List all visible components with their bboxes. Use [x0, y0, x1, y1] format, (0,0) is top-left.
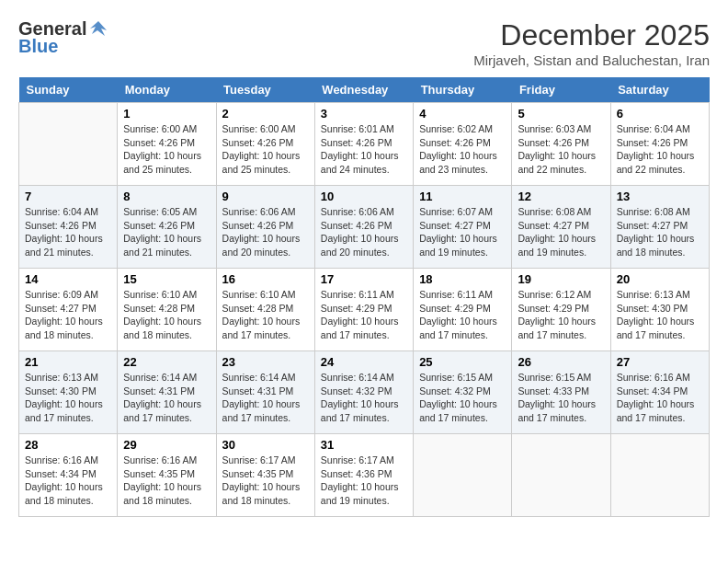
calendar-cell: 5Sunrise: 6:03 AM Sunset: 4:26 PM Daylig… — [512, 103, 610, 186]
calendar-week-row: 21Sunrise: 6:13 AM Sunset: 4:30 PM Dayli… — [19, 351, 710, 434]
logo-blue: Blue — [18, 36, 58, 57]
day-number: 14 — [25, 272, 111, 286]
day-number: 10 — [321, 190, 407, 203]
day-number: 6 — [617, 107, 703, 121]
day-number: 28 — [25, 438, 111, 452]
calendar-week-row: 28Sunrise: 6:16 AM Sunset: 4:34 PM Dayli… — [19, 434, 710, 517]
day-number: 16 — [222, 272, 309, 286]
day-number: 21 — [25, 355, 111, 369]
day-info: Sunrise: 6:15 AM Sunset: 4:32 PM Dayligh… — [419, 371, 506, 425]
calendar-cell: 12Sunrise: 6:08 AM Sunset: 4:27 PM Dayli… — [512, 186, 610, 269]
day-info: Sunrise: 6:00 AM Sunset: 4:26 PM Dayligh… — [123, 122, 210, 177]
calendar-cell: 21Sunrise: 6:13 AM Sunset: 4:30 PM Dayli… — [19, 351, 118, 434]
day-info: Sunrise: 6:16 AM Sunset: 4:34 PM Dayligh… — [617, 371, 703, 425]
calendar-cell: 19Sunrise: 6:12 AM Sunset: 4:29 PM Dayli… — [512, 269, 610, 351]
calendar-cell: 2Sunrise: 6:00 AM Sunset: 4:26 PM Daylig… — [216, 103, 314, 186]
day-info: Sunrise: 6:17 AM Sunset: 4:35 PM Dayligh… — [222, 454, 309, 508]
column-header-wednesday: Wednesday — [314, 77, 413, 103]
day-info: Sunrise: 6:11 AM Sunset: 4:29 PM Dayligh… — [419, 288, 506, 342]
calendar-table: SundayMondayTuesdayWednesdayThursdayFrid… — [18, 77, 710, 517]
day-info: Sunrise: 6:03 AM Sunset: 4:26 PM Dayligh… — [518, 122, 604, 177]
page-header: General Blue December 2025 Mirjaveh, Sis… — [18, 18, 710, 68]
day-info: Sunrise: 6:09 AM Sunset: 4:27 PM Dayligh… — [25, 288, 111, 342]
calendar-cell — [414, 434, 512, 517]
day-number: 30 — [222, 438, 309, 452]
column-header-monday: Monday — [118, 77, 216, 103]
day-number: 4 — [419, 107, 506, 121]
day-number: 15 — [123, 272, 210, 286]
calendar-cell: 28Sunrise: 6:16 AM Sunset: 4:34 PM Dayli… — [19, 434, 118, 517]
day-number: 1 — [123, 107, 210, 121]
calendar-header-row: SundayMondayTuesdayWednesdayThursdayFrid… — [19, 77, 710, 103]
day-number: 26 — [518, 355, 604, 369]
day-number: 17 — [321, 272, 407, 286]
column-header-saturday: Saturday — [610, 77, 709, 103]
day-number: 20 — [617, 272, 703, 286]
day-number: 13 — [617, 190, 703, 203]
day-info: Sunrise: 6:11 AM Sunset: 4:29 PM Dayligh… — [321, 288, 407, 342]
location-title: Mirjaveh, Sistan and Baluchestan, Iran — [473, 52, 710, 68]
column-header-sunday: Sunday — [19, 77, 118, 103]
logo-bird-icon — [88, 19, 108, 40]
calendar-week-row: 14Sunrise: 6:09 AM Sunset: 4:27 PM Dayli… — [19, 269, 710, 351]
column-header-friday: Friday — [512, 77, 610, 103]
calendar-cell: 10Sunrise: 6:06 AM Sunset: 4:26 PM Dayli… — [314, 186, 413, 269]
day-info: Sunrise: 6:10 AM Sunset: 4:28 PM Dayligh… — [123, 288, 210, 342]
calendar-cell: 6Sunrise: 6:04 AM Sunset: 4:26 PM Daylig… — [610, 103, 709, 186]
day-info: Sunrise: 6:01 AM Sunset: 4:26 PM Dayligh… — [321, 122, 407, 177]
calendar-cell: 20Sunrise: 6:13 AM Sunset: 4:30 PM Dayli… — [610, 269, 709, 351]
day-info: Sunrise: 6:08 AM Sunset: 4:27 PM Dayligh… — [617, 205, 703, 259]
calendar-cell: 23Sunrise: 6:14 AM Sunset: 4:31 PM Dayli… — [216, 351, 314, 434]
calendar-cell: 15Sunrise: 6:10 AM Sunset: 4:28 PM Dayli… — [118, 269, 216, 351]
calendar-cell: 7Sunrise: 6:04 AM Sunset: 4:26 PM Daylig… — [19, 186, 118, 269]
day-number: 3 — [321, 107, 407, 121]
day-info: Sunrise: 6:04 AM Sunset: 4:26 PM Dayligh… — [617, 122, 703, 177]
calendar-cell: 17Sunrise: 6:11 AM Sunset: 4:29 PM Dayli… — [314, 269, 413, 351]
calendar-cell: 11Sunrise: 6:07 AM Sunset: 4:27 PM Dayli… — [414, 186, 512, 269]
day-number: 19 — [518, 272, 604, 286]
calendar-cell — [19, 103, 118, 186]
title-area: December 2025 Mirjaveh, Sistan and Baluc… — [473, 18, 710, 68]
calendar-cell: 1Sunrise: 6:00 AM Sunset: 4:26 PM Daylig… — [118, 103, 216, 186]
calendar-cell: 26Sunrise: 6:15 AM Sunset: 4:33 PM Dayli… — [512, 351, 610, 434]
calendar-cell — [512, 434, 610, 517]
calendar-cell: 9Sunrise: 6:06 AM Sunset: 4:26 PM Daylig… — [216, 186, 314, 269]
logo: General Blue — [18, 18, 108, 57]
day-number: 7 — [25, 190, 111, 203]
calendar-cell: 24Sunrise: 6:14 AM Sunset: 4:32 PM Dayli… — [314, 351, 413, 434]
day-number: 12 — [518, 190, 604, 203]
calendar-cell — [610, 434, 709, 517]
column-header-tuesday: Tuesday — [216, 77, 314, 103]
month-title: December 2025 — [473, 18, 710, 52]
calendar-cell: 14Sunrise: 6:09 AM Sunset: 4:27 PM Dayli… — [19, 269, 118, 351]
day-info: Sunrise: 6:00 AM Sunset: 4:26 PM Dayligh… — [222, 122, 309, 177]
column-header-thursday: Thursday — [414, 77, 512, 103]
day-info: Sunrise: 6:02 AM Sunset: 4:26 PM Dayligh… — [419, 122, 506, 177]
day-number: 31 — [321, 438, 407, 452]
day-info: Sunrise: 6:17 AM Sunset: 4:36 PM Dayligh… — [321, 454, 407, 508]
day-info: Sunrise: 6:06 AM Sunset: 4:26 PM Dayligh… — [321, 205, 407, 259]
calendar-cell: 18Sunrise: 6:11 AM Sunset: 4:29 PM Dayli… — [414, 269, 512, 351]
day-number: 9 — [222, 190, 309, 203]
calendar-cell: 30Sunrise: 6:17 AM Sunset: 4:35 PM Dayli… — [216, 434, 314, 517]
calendar-cell: 27Sunrise: 6:16 AM Sunset: 4:34 PM Dayli… — [610, 351, 709, 434]
day-info: Sunrise: 6:13 AM Sunset: 4:30 PM Dayligh… — [25, 371, 111, 425]
calendar-week-row: 7Sunrise: 6:04 AM Sunset: 4:26 PM Daylig… — [19, 186, 710, 269]
day-info: Sunrise: 6:16 AM Sunset: 4:35 PM Dayligh… — [123, 454, 210, 508]
calendar-cell: 4Sunrise: 6:02 AM Sunset: 4:26 PM Daylig… — [414, 103, 512, 186]
calendar-cell: 16Sunrise: 6:10 AM Sunset: 4:28 PM Dayli… — [216, 269, 314, 351]
day-number: 22 — [123, 355, 210, 369]
day-number: 24 — [321, 355, 407, 369]
calendar-cell: 3Sunrise: 6:01 AM Sunset: 4:26 PM Daylig… — [314, 103, 413, 186]
day-info: Sunrise: 6:04 AM Sunset: 4:26 PM Dayligh… — [25, 205, 111, 259]
day-number: 25 — [419, 355, 506, 369]
day-info: Sunrise: 6:13 AM Sunset: 4:30 PM Dayligh… — [617, 288, 703, 342]
calendar-cell: 13Sunrise: 6:08 AM Sunset: 4:27 PM Dayli… — [610, 186, 709, 269]
day-info: Sunrise: 6:16 AM Sunset: 4:34 PM Dayligh… — [25, 454, 111, 508]
day-info: Sunrise: 6:14 AM Sunset: 4:31 PM Dayligh… — [222, 371, 309, 425]
day-number: 5 — [518, 107, 604, 121]
day-info: Sunrise: 6:07 AM Sunset: 4:27 PM Dayligh… — [419, 205, 506, 259]
calendar-cell: 25Sunrise: 6:15 AM Sunset: 4:32 PM Dayli… — [414, 351, 512, 434]
calendar-cell: 31Sunrise: 6:17 AM Sunset: 4:36 PM Dayli… — [314, 434, 413, 517]
day-info: Sunrise: 6:08 AM Sunset: 4:27 PM Dayligh… — [518, 205, 604, 259]
